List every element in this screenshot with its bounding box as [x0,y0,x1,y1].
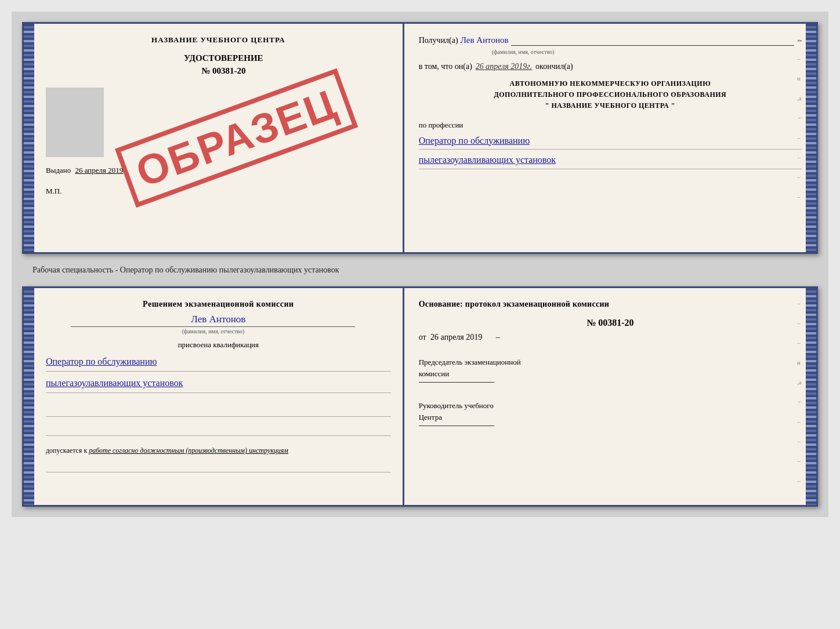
recipient-name: Лев Антонов [461,35,509,45]
name-underline [511,36,794,46]
top-certificate-book: НАЗВАНИЕ УЧЕБНОГО ЦЕНТРА ОБРАЗЕЦ УДОСТОВ… [22,22,818,254]
po-professii-label: по профессии [419,121,802,130]
fio-subtitle-top: (фамилия, имя, отчество) [465,49,581,55]
resheniem-text: Решением экзаменационной комиссии [46,300,391,309]
rukovoditel-signature-line [419,426,494,426]
vydano-line: Выдано 26 апреля 2019 [46,166,391,175]
bottom-right-page: – – – и ,а ← – – – – Основание: протокол… [404,288,816,505]
ot-date: от 26 апреля 2019 – [419,333,802,342]
profession-line2: пылегазоулавливающих установок [419,155,556,165]
middle-text-row: Рабочая специальность - Оператор по обсл… [22,261,818,279]
udostoverenie-number: № 00381-20 [56,66,391,76]
poluchil-line: Получил(а) Лев Антонов – [419,35,802,46]
top-right-page: – – и ,а ← – – – – Получил(а) Лев Антоно… [404,24,816,252]
protocol-number: № 00381-20 [419,318,802,328]
bottom-certificate-book: Решением экзаменационной комиссии Лев Ан… [22,286,818,507]
photo-placeholder [46,88,104,157]
osnovanie-text: Основание: протокол экзаменационной коми… [419,300,802,309]
school-name-top: НАЗВАНИЕ УЧЕБНОГО ЦЕНТРА [46,35,391,45]
kvalif-line1: Оператор по обслуживанию [46,352,391,371]
prisvoena-text: присвоена квалификация [46,340,391,350]
predsedatel-text: Председатель экзаменационной комиссии [419,357,802,383]
predsedatel-signature-line [419,382,494,383]
middle-text: Рабочая специальность - Оператор по обсл… [32,266,339,274]
mp-label: М.П. [46,187,391,196]
ot-date-value: 26 апреля 2019 [430,333,482,341]
vtom-line: в том, что он(а) 26 апреля 2019г. окончи… [419,62,802,71]
right-dashes: – – и ,а ← – – – – [797,35,803,200]
fio-subtitle-bottom: (фамилия, имя, отчество) [71,326,355,335]
right-dashes-bottom: – – – и ,а ← – – – – [797,300,803,484]
dopuskaetsya-text: допускается к работе согласно должностны… [46,446,391,455]
vydano-date: 26 апреля 2019 [75,166,124,174]
profession-line1: Оператор по обслуживанию [419,136,530,146]
vtom-date: 26 апреля 2019г. [476,62,532,71]
kvalif-line2: пылегазоулавливающих установок [46,374,391,392]
dopuskaetsya-italic: работе согласно должностным (производств… [89,446,288,455]
fio-blue-bottom: Лев Антонов [46,314,391,325]
rukovoditel-text: Руководитель учебного Центра [419,400,802,426]
bottom-left-page: Решением экзаменационной комиссии Лев Ан… [24,288,404,505]
udostoverenie-label: УДОСТОВЕРЕНИЕ [56,53,391,63]
org-block: АВТОНОМНУЮ НЕКОММЕРЧЕСКУЮ ОРГАНИЗАЦИЮ ДО… [419,78,802,112]
top-left-page: НАЗВАНИЕ УЧЕБНОГО ЦЕНТРА ОБРАЗЕЦ УДОСТОВ… [24,24,404,252]
poluchil-label: Получил(а) [419,36,458,45]
